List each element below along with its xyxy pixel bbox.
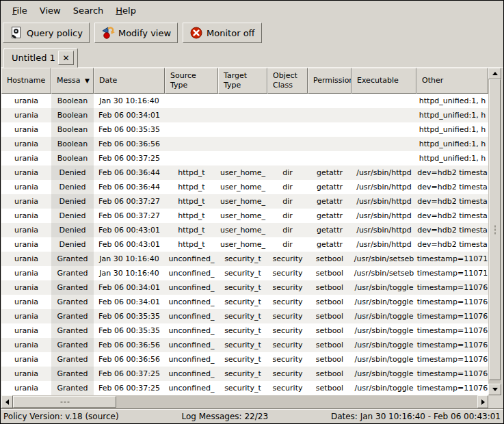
column-header-hostname[interactable]: Hostname bbox=[1, 68, 51, 94]
menu-view[interactable]: View bbox=[34, 2, 67, 19]
cell-object-class: security bbox=[267, 280, 308, 295]
cell-date: Feb 06 00:36:56 bbox=[94, 338, 165, 352]
table-row[interactable]: uraniaDeniedFeb 06 00:37:27httpd_tuser_h… bbox=[1, 194, 488, 209]
cell-object-class: security bbox=[267, 323, 308, 338]
column-header-label: Object Class bbox=[273, 71, 305, 90]
cell-other: httpd_unified:1, h bbox=[416, 137, 488, 151]
cell-executable bbox=[352, 137, 416, 151]
cell-other: dev=hdb2 timesta bbox=[416, 209, 488, 223]
cell-date: Feb 06 00:36:44 bbox=[94, 180, 165, 194]
cell-date: Feb 06 00:36:56 bbox=[94, 137, 165, 151]
menu-file[interactable]: File bbox=[6, 2, 34, 19]
table-row[interactable]: uraniaBooleanFeb 06 00:37:25httpd_unifie… bbox=[1, 151, 488, 165]
cell-hostname: urania bbox=[1, 338, 51, 352]
column-header-label: Permission bbox=[313, 76, 352, 85]
column-header-permission[interactable]: Permission bbox=[308, 68, 352, 94]
cell-executable: /usr/sbin/httpd bbox=[352, 180, 416, 194]
scroll-up-button[interactable] bbox=[488, 68, 501, 79]
table-row[interactable]: uraniaDeniedFeb 06 00:36:44httpd_tuser_h… bbox=[1, 165, 488, 180]
cell-other: dev=hdb2 timesta bbox=[416, 180, 488, 194]
cell-messa: Granted bbox=[51, 352, 94, 367]
table-row[interactable]: uraniaDeniedFeb 06 00:37:27httpd_tuser_h… bbox=[1, 209, 488, 223]
column-header-date[interactable]: Date bbox=[94, 68, 165, 94]
cell-messa: Boolean bbox=[51, 151, 94, 165]
cell-date: Feb 06 00:43:01 bbox=[94, 237, 165, 252]
cell-date: Feb 06 00:36:44 bbox=[94, 165, 165, 180]
scroll-down-button[interactable] bbox=[488, 384, 501, 395]
cell-executable: /usr/sbin/toggle bbox=[352, 280, 416, 295]
table-row[interactable]: uraniaDeniedFeb 06 00:43:01httpd_tuser_h… bbox=[1, 237, 488, 252]
cell-executable bbox=[352, 108, 416, 122]
cell-messa: Boolean bbox=[51, 94, 94, 108]
cell-executable: /usr/sbin/httpd bbox=[352, 194, 416, 209]
cell-permission: setbool bbox=[308, 252, 352, 266]
cell-object-class: dir bbox=[267, 209, 308, 223]
cell-date: Feb 06 00:37:25 bbox=[94, 151, 165, 165]
cell-executable bbox=[352, 122, 416, 137]
column-header-object-class[interactable]: Object Class bbox=[267, 68, 308, 94]
cell-hostname: urania bbox=[1, 295, 51, 309]
cell-executable: /usr/sbin/toggle bbox=[352, 381, 416, 395]
cell-date: Jan 30 10:16:40 bbox=[94, 266, 165, 280]
cell-messa: Granted bbox=[51, 323, 94, 338]
table-row[interactable]: uraniaGrantedFeb 06 00:37:25unconfined_s… bbox=[1, 367, 488, 381]
cell-source-type: unconfined_ bbox=[165, 323, 218, 338]
tab-untitled-1[interactable]: Untitled 1 ✕ bbox=[3, 48, 78, 68]
table-row[interactable]: uraniaGrantedFeb 06 00:37:25unconfined_s… bbox=[1, 381, 488, 395]
cell-source-type: unconfined_ bbox=[165, 381, 218, 395]
table-row[interactable]: uraniaGrantedFeb 06 00:34:01unconfined_s… bbox=[1, 280, 488, 295]
scroll-right-button[interactable] bbox=[477, 395, 488, 408]
modify-view-button[interactable]: Modify view bbox=[94, 23, 178, 43]
table-row[interactable]: uraniaBooleanJan 30 10:16:40httpd_unifie… bbox=[1, 94, 488, 108]
arrow-right-icon bbox=[481, 399, 485, 405]
cell-other: timestamp=11076 bbox=[416, 338, 488, 352]
dates-status: Dates: Jan 30 10:16:40 - Feb 06 00:43:01 bbox=[331, 412, 501, 421]
column-header-label: Other bbox=[422, 76, 443, 85]
cell-hostname: urania bbox=[1, 223, 51, 237]
table-row[interactable]: uraniaGrantedFeb 06 00:34:01unconfined_s… bbox=[1, 295, 488, 309]
cell-other: timestamp=11076 bbox=[416, 381, 488, 395]
table-row[interactable]: uraniaGrantedJan 30 10:16:40unconfined_s… bbox=[1, 266, 488, 280]
table-row[interactable]: uraniaGrantedFeb 06 00:35:35unconfined_s… bbox=[1, 309, 488, 323]
cell-object-class: security bbox=[267, 252, 308, 266]
table-row[interactable]: uraniaGrantedFeb 06 00:35:35unconfined_s… bbox=[1, 323, 488, 338]
table-row[interactable]: uraniaDeniedFeb 06 00:43:01httpd_tuser_h… bbox=[1, 223, 488, 237]
column-header-messa[interactable]: Messa▼ bbox=[51, 68, 94, 94]
cell-source-type: httpd_t bbox=[165, 180, 218, 194]
cell-source-type: unconfined_ bbox=[165, 295, 218, 309]
horizontal-scrollbar[interactable] bbox=[1, 395, 488, 408]
cell-date: Feb 06 00:35:35 bbox=[94, 122, 165, 137]
table-row[interactable]: uraniaBooleanFeb 06 00:36:56httpd_unifie… bbox=[1, 137, 488, 151]
column-header-executable[interactable]: Executable bbox=[352, 68, 416, 94]
cell-object-class: dir bbox=[267, 165, 308, 180]
menu-help[interactable]: Help bbox=[109, 2, 142, 19]
cell-source-type bbox=[165, 122, 218, 137]
cell-messa: Granted bbox=[51, 367, 94, 381]
cell-executable: /usr/sbin/toggle bbox=[352, 367, 416, 381]
table-row[interactable]: uraniaGrantedFeb 06 00:36:56unconfined_s… bbox=[1, 352, 488, 367]
cell-hostname: urania bbox=[1, 280, 51, 295]
cell-executable: /usr/sbin/toggle bbox=[352, 338, 416, 352]
table-row[interactable]: uraniaBooleanFeb 06 00:34:01httpd_unifie… bbox=[1, 108, 488, 122]
table-row[interactable]: uraniaDeniedFeb 06 00:36:44httpd_tuser_h… bbox=[1, 180, 488, 194]
scrollbar-corner bbox=[488, 395, 501, 408]
column-header-source-type[interactable]: Source Type bbox=[165, 68, 218, 94]
vertical-scrollbar[interactable] bbox=[488, 68, 501, 395]
monitor-off-button[interactable]: Monitor off bbox=[183, 23, 261, 43]
scroll-left-button[interactable] bbox=[1, 395, 13, 408]
vertical-scrollbar-thumb[interactable] bbox=[489, 79, 501, 380]
table-row[interactable]: uraniaBooleanFeb 06 00:35:35httpd_unifie… bbox=[1, 122, 488, 137]
column-header-target-type[interactable]: Target Type bbox=[218, 68, 267, 94]
cell-object-class bbox=[267, 108, 308, 122]
cell-hostname: urania bbox=[1, 180, 51, 194]
cell-executable: /usr/sbin/toggle bbox=[352, 295, 416, 309]
tab-close-button[interactable]: ✕ bbox=[58, 51, 74, 65]
horizontal-scrollbar-thumb[interactable] bbox=[13, 396, 116, 408]
query-policy-button[interactable]: Query policy bbox=[3, 23, 90, 43]
column-header-other[interactable]: Other bbox=[416, 68, 488, 94]
menu-search[interactable]: Search bbox=[67, 2, 110, 19]
menubar: FileViewSearchHelp bbox=[1, 1, 503, 20]
table-row[interactable]: uraniaGrantedJan 30 10:16:40unconfined_s… bbox=[1, 252, 488, 266]
table-row[interactable]: uraniaGrantedFeb 06 00:36:56unconfined_s… bbox=[1, 338, 488, 352]
cell-messa: Denied bbox=[51, 237, 94, 252]
